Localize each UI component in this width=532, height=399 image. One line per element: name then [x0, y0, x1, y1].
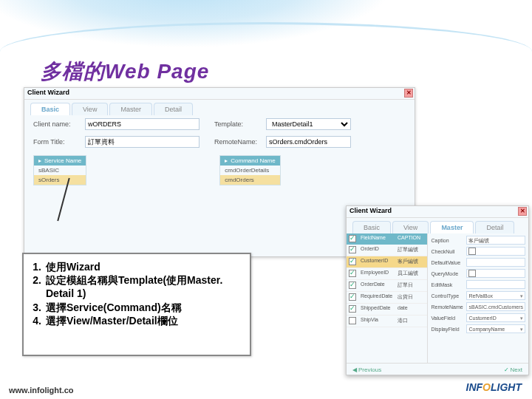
command-row[interactable]: cmdOrderDetails: [220, 166, 279, 175]
steps-callout: 1.使用Wizard 2.設定模組名稱與Template(使用Master. D…: [22, 253, 251, 356]
command-grid-header: ▸Command Name: [220, 156, 279, 166]
prop-label: ControlType: [431, 293, 466, 299]
wizard2-title: Client Wizard: [349, 207, 392, 214]
prop-label: RemoteName: [431, 304, 466, 310]
wizard1-tabs: Basic View Master Detail: [24, 100, 415, 115]
tab-master[interactable]: Master: [430, 221, 474, 233]
client-name-input[interactable]: [85, 118, 200, 130]
slide-title: 多檔的Web Page: [41, 58, 209, 86]
template-select[interactable]: MasterDetail1: [266, 118, 351, 130]
checkbox-icon[interactable]: [349, 293, 356, 301]
step-text: 設定模組名稱與Template(使用Master. Detail 1): [46, 273, 245, 300]
prop-label: DisplayField: [431, 327, 466, 332]
checkbox-icon[interactable]: [349, 270, 356, 277]
tab-master[interactable]: Master: [109, 103, 152, 115]
tab-detail[interactable]: Detail: [154, 103, 193, 115]
prop-label: CheckNull: [431, 249, 466, 254]
step-number: 4.: [28, 314, 46, 327]
editmask-input[interactable]: [466, 280, 525, 289]
checkbox-icon[interactable]: [349, 317, 356, 324]
logo: INFOLIGHT: [466, 381, 522, 393]
query-input[interactable]: [466, 269, 525, 278]
field-row[interactable]: ShipVia港口: [347, 316, 427, 327]
field-row[interactable]: CustomerID客戶編號: [347, 256, 427, 268]
close-icon[interactable]: ✕: [404, 89, 413, 98]
step-number: 3.: [28, 301, 46, 314]
property-panel: Caption客戶編號 CheckNull DefaultValue Query…: [428, 233, 528, 363]
service-row[interactable]: sBASIC: [34, 166, 86, 175]
checkbox-icon[interactable]: [468, 270, 476, 277]
controltype-select[interactable]: RefValBox: [466, 291, 525, 300]
form-title-input[interactable]: [85, 136, 200, 148]
checkbox-icon[interactable]: [349, 282, 356, 289]
wizard2-titlebar: Client Wizard ✕: [347, 206, 528, 218]
service-grid-header: ▸Service Name: [34, 156, 86, 166]
fields-grid[interactable]: FieldName CAPTION OrderID訂單編號 CustomerID…: [347, 233, 428, 363]
field-row[interactable]: RequiredDate出貨日: [347, 292, 427, 304]
service-grid[interactable]: ▸Service Name sBASIC sOrders: [33, 155, 86, 185]
step-text: 選擇View/Master/Detail欄位: [46, 314, 245, 327]
fields-grid-header: FieldName CAPTION: [347, 233, 427, 245]
default-input[interactable]: [466, 258, 525, 267]
prop-label: DefaultValue: [431, 260, 466, 265]
service-row[interactable]: sOrders: [34, 175, 86, 185]
arrow-left-icon: ◀: [352, 366, 357, 373]
tab-view[interactable]: View: [392, 221, 429, 233]
checkbox-icon[interactable]: [468, 248, 476, 255]
tab-basic[interactable]: Basic: [30, 103, 70, 115]
field-row[interactable]: OrderID訂單編號: [347, 245, 427, 256]
tab-basic[interactable]: Basic: [352, 221, 391, 233]
checkbox-icon[interactable]: [349, 235, 356, 242]
valuefield-select[interactable]: CustomerID: [466, 313, 525, 322]
next-button[interactable]: ✓Next: [504, 366, 522, 373]
tab-view[interactable]: View: [72, 103, 108, 115]
step-text: 使用Wizard: [46, 260, 245, 273]
field-row[interactable]: EmployeeID員工編號: [347, 268, 427, 280]
checkbox-icon[interactable]: [349, 246, 356, 253]
tab-detail[interactable]: Detail: [475, 221, 514, 233]
field-row[interactable]: ShippedDatedate: [347, 304, 427, 316]
previous-button[interactable]: ◀Previous: [352, 366, 381, 373]
client-wizard-master: Client Wizard ✕ Basic View Master Detail…: [346, 205, 529, 375]
step-text: 選擇Service(Command)名稱: [46, 301, 245, 314]
step-number: 1.: [28, 260, 46, 273]
checknull-input[interactable]: [466, 247, 525, 256]
close-icon[interactable]: ✕: [518, 207, 527, 216]
client-name-label: Client name:: [33, 120, 85, 128]
wizard1-titlebar: Client Wizard ✕: [24, 88, 415, 100]
prop-label: QueryMode: [431, 271, 466, 276]
caption-input[interactable]: 客戶編號: [466, 236, 525, 245]
checkbox-icon[interactable]: [349, 305, 356, 313]
displayfield-select[interactable]: CompanyName: [466, 324, 525, 333]
command-grid[interactable]: ▸Command Name cmdOrderDetails cmdOrders: [219, 155, 280, 185]
prop-label: ValueField: [431, 316, 466, 321]
remote-name-input[interactable]: [266, 136, 351, 148]
prop-label: EditMask: [431, 282, 466, 287]
prop-label: Caption: [431, 238, 466, 243]
remotename-select[interactable]: sBASIC.cmdCustomers: [466, 302, 525, 311]
footer-url: www.infolight.co: [9, 386, 74, 395]
wizard1-title: Client Wizard: [27, 89, 69, 96]
template-label: Template:: [214, 120, 266, 128]
step-number: 2.: [28, 273, 46, 300]
remote-name-label: RemoteName:: [214, 138, 266, 146]
field-row[interactable]: OrderDate訂單日: [347, 280, 427, 292]
form-title-label: Form Title:: [33, 138, 85, 146]
check-icon: ✓: [504, 366, 509, 373]
wizard2-tabs: Basic View Master Detail: [347, 218, 528, 233]
command-row[interactable]: cmdOrders: [220, 175, 279, 185]
checkbox-icon[interactable]: [349, 258, 356, 265]
